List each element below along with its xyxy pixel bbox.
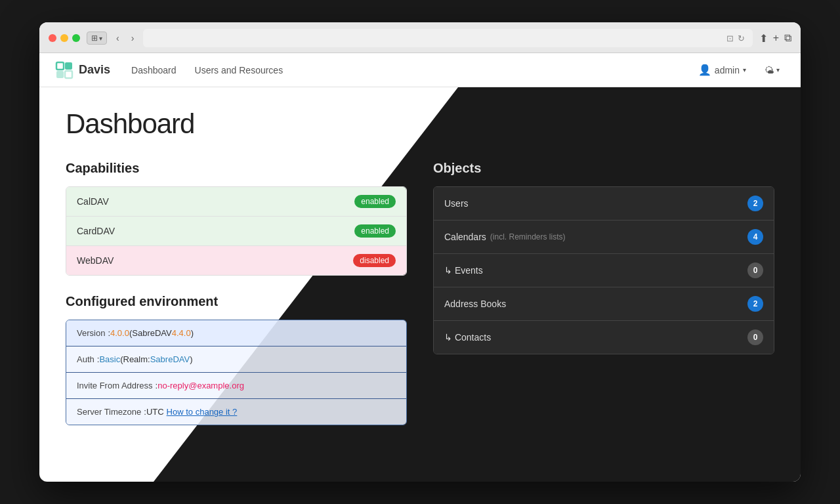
back-button[interactable]: ‹ [114, 32, 122, 45]
cap-webdav-name: WebDAV [77, 255, 114, 266]
svg-rect-0 [56, 62, 64, 70]
nav-link-users-resources[interactable]: Users and Resources [187, 61, 291, 79]
capability-list: CalDAV enabled CardDAV enabled WebDAV di… [66, 186, 407, 276]
how-to-change-link[interactable]: How to change it ? [167, 407, 238, 417]
traffic-lights [49, 34, 80, 42]
nav-link-dashboard[interactable]: Dashboard [123, 61, 184, 79]
env-auth-label: Auth [77, 354, 94, 364]
object-item-events[interactable]: ↳ Events 0 [434, 254, 774, 287]
env-realm-pre: (Realm: [120, 354, 150, 364]
env-item-version: Version : 4.0.0 (SabreDAV 4.4.0 ) [66, 320, 406, 346]
svg-rect-2 [56, 71, 64, 78]
user-menu[interactable]: 👤 admin ▾ [693, 61, 751, 79]
env-sabre-version: 4.4.0 [172, 328, 191, 338]
env-invite-value: no-reply@example.org [158, 381, 244, 390]
content-area: Dashboard Capabilities CalDAV enabled Ca… [39, 87, 801, 482]
capability-item-carddav: CardDAV enabled [66, 217, 406, 246]
env-list: Version : 4.0.0 (SabreDAV 4.4.0 ) Auth :… [66, 320, 407, 425]
object-item-addressbooks[interactable]: Address Books 2 [434, 287, 774, 321]
reload-icon: ↻ [738, 33, 745, 43]
object-users-count: 2 [747, 196, 763, 211]
object-contacts-count: 0 [747, 329, 763, 345]
user-icon: 👤 [698, 64, 711, 76]
env-item-invite: Invite From Address : no-reply@example.o… [66, 373, 406, 399]
browser-window: ⊞ ▾ ‹ › ⊡ ↻ ⬆ + ⧉ Davis [39, 22, 801, 482]
new-tab-button[interactable]: + [773, 32, 779, 45]
forward-button[interactable]: › [129, 32, 137, 45]
app-logo: Davis [55, 61, 110, 79]
object-contacts-name: ↳ Contacts [444, 332, 491, 343]
object-item-users[interactable]: Users 2 [434, 187, 774, 220]
object-calendars-count: 4 [747, 229, 763, 245]
env-title: Configured environment [66, 294, 407, 309]
object-addressbooks-name: Address Books [444, 299, 506, 309]
env-realm-post: ) [190, 354, 192, 364]
nav-links: Dashboard Users and Resources [123, 61, 693, 79]
cap-webdav-badge: disabled [353, 254, 396, 267]
objects-list: Users 2 Calendars (incl. Reminders lists… [433, 186, 774, 354]
share-button[interactable]: ⬆ [759, 32, 768, 45]
chevron-down-icon: ▾ [99, 35, 102, 42]
object-item-contacts[interactable]: ↳ Contacts 0 [434, 321, 774, 354]
sidebar-icon: ⊞ [91, 33, 98, 43]
env-version-value: 4.0.0 [110, 328, 129, 338]
sidebar-toggle[interactable]: ⊞ ▾ [87, 32, 107, 45]
capability-item-webdav: WebDAV disabled [66, 246, 406, 275]
nav-user: 👤 admin ▾ 🌤 ▾ [693, 61, 785, 79]
cap-caldav-badge: enabled [354, 195, 396, 208]
davis-logo-icon [55, 61, 74, 79]
tabs-button[interactable]: ⧉ [784, 32, 791, 45]
left-column: Capabilities CalDAV enabled CardDAV enab… [66, 161, 407, 425]
reader-icon: ⊡ [726, 33, 734, 43]
cap-carddav-name: CardDAV [77, 226, 115, 236]
svg-rect-3 [65, 71, 72, 78]
cap-caldav-name: CalDAV [77, 196, 109, 207]
theme-toggle[interactable]: 🌤 ▾ [759, 62, 785, 78]
env-invite-label: Invite From Address [77, 381, 153, 390]
two-columns-layout: Capabilities CalDAV enabled CardDAV enab… [66, 161, 774, 425]
env-item-auth: Auth : Basic (Realm: SabreDAV ) [66, 346, 406, 373]
env-sabre-pre: (SabreDAV [129, 328, 172, 338]
object-item-calendars[interactable]: Calendars (incl. Reminders lists) 4 [434, 220, 774, 254]
address-bar-icons: ⊡ ↻ [726, 33, 745, 43]
address-bar[interactable]: ⊡ ↻ [143, 29, 752, 47]
close-button[interactable] [49, 34, 56, 42]
browser-chrome: ⊞ ▾ ‹ › ⊡ ↻ ⬆ + ⧉ [39, 22, 801, 53]
capability-item-caldav: CalDAV enabled [66, 187, 406, 217]
object-events-count: 0 [747, 262, 763, 278]
maximize-button[interactable] [72, 34, 80, 42]
object-addressbooks-count: 2 [747, 296, 763, 312]
capabilities-title: Capabilities [66, 161, 407, 176]
app-name: Davis [79, 63, 110, 77]
env-version-label: Version [77, 328, 105, 338]
right-column: Objects Users 2 Calendars (incl. Reminde… [433, 161, 774, 425]
object-calendars-subtitle: (incl. Reminders lists) [490, 232, 566, 242]
env-tz-value: UTC [146, 407, 164, 417]
theme-icon: 🌤 [765, 65, 774, 75]
page-title: Dashboard [66, 108, 774, 140]
cap-carddav-badge: enabled [354, 224, 396, 238]
env-sabre-post: ) [191, 328, 194, 338]
object-users-name: Users [444, 198, 469, 209]
theme-dropdown-icon: ▾ [776, 66, 780, 74]
objects-title: Objects [433, 161, 774, 176]
object-calendars-name: Calendars [444, 232, 486, 242]
user-label: admin [715, 65, 740, 75]
object-calendars-row: Calendars (incl. Reminders lists) [444, 232, 566, 242]
env-item-timezone: Server Timezone : UTC How to change it ? [66, 399, 406, 425]
main-content: Dashboard Capabilities CalDAV enabled Ca… [39, 87, 801, 482]
browser-actions: ⬆ + ⧉ [759, 32, 791, 45]
user-dropdown-icon: ▾ [743, 66, 746, 74]
svg-rect-1 [65, 62, 72, 70]
env-tz-label: Server Timezone [77, 407, 141, 417]
app-nav: Davis Dashboard Users and Resources 👤 ad… [39, 53, 801, 87]
env-realm-value: SabreDAV [150, 354, 190, 364]
minimize-button[interactable] [60, 34, 68, 42]
object-events-name: ↳ Events [444, 265, 483, 276]
env-auth-value: Basic [99, 354, 120, 364]
